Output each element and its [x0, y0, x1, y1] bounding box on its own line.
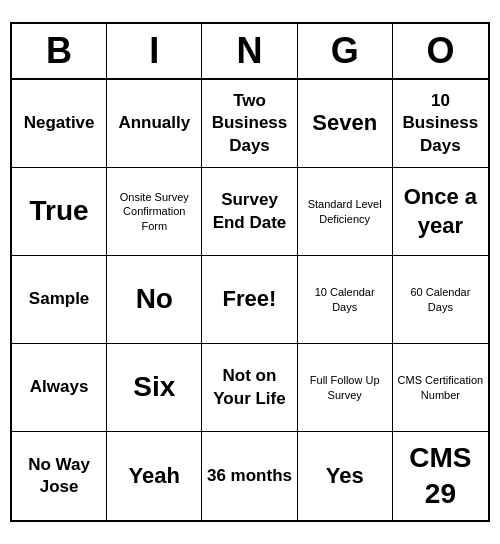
bingo-cell[interactable]: CMS Certification Number	[393, 344, 488, 432]
bingo-cell[interactable]: Standard Level Deficiency	[298, 168, 393, 256]
cell-label: No	[136, 281, 173, 317]
bingo-cell[interactable]: Two Business Days	[202, 80, 297, 168]
bingo-cell[interactable]: Always	[12, 344, 107, 432]
bingo-cell[interactable]: Yes	[298, 432, 393, 520]
cell-label: Seven	[312, 109, 377, 138]
bingo-cell[interactable]: Onsite Survey Confirmation Form	[107, 168, 202, 256]
header-letter: G	[298, 24, 393, 78]
cell-label: Not on Your Life	[206, 365, 292, 409]
bingo-cell[interactable]: Negative	[12, 80, 107, 168]
cell-label: 36 months	[207, 465, 292, 487]
bingo-cell[interactable]: Once a year	[393, 168, 488, 256]
bingo-grid: NegativeAnnuallyTwo Business DaysSeven10…	[12, 80, 488, 520]
header-letter: B	[12, 24, 107, 78]
cell-label: Annually	[118, 112, 190, 134]
cell-label: Once a year	[397, 183, 484, 240]
bingo-cell[interactable]: Free!	[202, 256, 297, 344]
cell-label: Onsite Survey Confirmation Form	[111, 190, 197, 233]
cell-label: Two Business Days	[206, 90, 292, 156]
bingo-cell[interactable]: 10 Business Days	[393, 80, 488, 168]
bingo-cell[interactable]: Sample	[12, 256, 107, 344]
bingo-cell[interactable]: Not on Your Life	[202, 344, 297, 432]
header-letter: I	[107, 24, 202, 78]
cell-label: Always	[30, 376, 89, 398]
cell-label: CMS 29	[397, 440, 484, 513]
bingo-cell[interactable]: Full Follow Up Survey	[298, 344, 393, 432]
bingo-cell[interactable]: Seven	[298, 80, 393, 168]
cell-label: Yeah	[129, 462, 180, 491]
cell-label: CMS Certification Number	[397, 373, 484, 402]
cell-label: No Way Jose	[16, 454, 102, 498]
cell-label: Yes	[326, 462, 364, 491]
bingo-cell[interactable]: 10 Calendar Days	[298, 256, 393, 344]
bingo-card: BINGO NegativeAnnuallyTwo Business DaysS…	[10, 22, 490, 522]
cell-label: True	[30, 193, 89, 229]
bingo-cell[interactable]: Survey End Date	[202, 168, 297, 256]
bingo-header: BINGO	[12, 24, 488, 80]
cell-label: Negative	[24, 112, 95, 134]
header-letter: N	[202, 24, 297, 78]
bingo-cell[interactable]: 36 months	[202, 432, 297, 520]
cell-label: 10 Calendar Days	[302, 285, 388, 314]
bingo-cell[interactable]: True	[12, 168, 107, 256]
bingo-cell[interactable]: No	[107, 256, 202, 344]
bingo-cell[interactable]: Six	[107, 344, 202, 432]
cell-label: Six	[133, 369, 175, 405]
cell-label: Full Follow Up Survey	[302, 373, 388, 402]
bingo-cell[interactable]: CMS 29	[393, 432, 488, 520]
bingo-cell[interactable]: Yeah	[107, 432, 202, 520]
cell-label: 10 Business Days	[397, 90, 484, 156]
cell-label: Sample	[29, 288, 89, 310]
bingo-cell[interactable]: 60 Calendar Days	[393, 256, 488, 344]
header-letter: O	[393, 24, 488, 78]
cell-label: Standard Level Deficiency	[302, 197, 388, 226]
cell-label: 60 Calendar Days	[397, 285, 484, 314]
bingo-cell[interactable]: No Way Jose	[12, 432, 107, 520]
bingo-cell[interactable]: Annually	[107, 80, 202, 168]
cell-label: Free!	[223, 285, 277, 314]
cell-label: Survey End Date	[206, 189, 292, 233]
